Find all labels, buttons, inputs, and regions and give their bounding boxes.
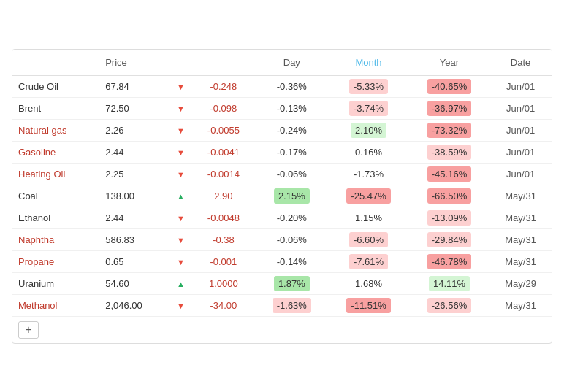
commodity-arrow: ▼: [169, 294, 191, 316]
commodity-name: Crude Oil: [12, 75, 99, 97]
commodity-price: 2,046.00: [99, 294, 169, 316]
commodity-year: -26.56%: [409, 294, 489, 316]
commodity-month: -6.60%: [328, 228, 408, 250]
commodity-change: -0.0048: [191, 207, 255, 228]
commodity-name: Natural gas: [12, 119, 99, 141]
commodity-year: -13.09%: [409, 207, 489, 228]
commodity-change: 1.0000: [191, 272, 255, 294]
commodity-change: -34.00: [191, 294, 255, 316]
header-arrow: [169, 50, 191, 76]
table-row: Brent 72.50 ▼ -0.098 -0.13% -3.74% -36.9…: [12, 97, 552, 119]
arrow-down-icon: ▼: [177, 126, 185, 135]
commodity-change: -0.001: [191, 250, 255, 272]
commodity-date: Jun/01: [489, 75, 552, 97]
arrow-down-icon: ▼: [177, 236, 185, 245]
commodity-name: Ethanol: [12, 207, 99, 228]
header-name: [12, 50, 99, 76]
commodity-day: -0.14%: [255, 250, 328, 272]
commodity-date: Jun/01: [489, 97, 552, 119]
commodity-price: 138.00: [99, 185, 169, 207]
commodity-year: -40.65%: [409, 75, 489, 97]
commodity-price: 2.26: [99, 119, 169, 141]
commodity-day: -0.36%: [255, 75, 328, 97]
add-commodity-button[interactable]: +: [18, 321, 39, 339]
commodity-arrow: ▼: [169, 207, 191, 228]
table-row: Ethanol 2.44 ▼ -0.0048 -0.20% 1.15% -13.…: [12, 207, 552, 228]
commodity-arrow: ▼: [169, 163, 191, 185]
table-body: Crude Oil 67.84 ▼ -0.248 -0.36% -5.33% -…: [12, 75, 552, 343]
commodity-day: -0.20%: [255, 207, 328, 228]
arrow-down-icon: ▼: [177, 104, 185, 113]
commodity-name: Uranium: [12, 272, 99, 294]
arrow-down-icon: ▼: [177, 82, 185, 91]
commodity-name: Coal: [12, 185, 99, 207]
commodity-date: May/31: [489, 250, 552, 272]
header-price: Price: [99, 50, 169, 76]
commodity-price: 2.25: [99, 163, 169, 185]
commodity-year: -29.84%: [409, 228, 489, 250]
commodity-date: May/31: [489, 294, 552, 316]
commodity-day: -0.13%: [255, 97, 328, 119]
arrow-up-icon: ▲: [177, 280, 185, 288]
commodity-name: Naphtha: [12, 228, 99, 250]
table-row: Naphtha 586.83 ▼ -0.38 -0.06% -6.60% -29…: [12, 228, 552, 250]
commodity-change: -0.0041: [191, 141, 255, 163]
commodity-change: -0.0014: [191, 163, 255, 185]
table-header: Price Day Month Year Date: [12, 50, 552, 76]
commodity-price: 67.84: [99, 75, 169, 97]
arrow-down-icon: ▼: [177, 148, 185, 157]
commodity-year: -36.97%: [409, 97, 489, 119]
commodity-day: -0.06%: [255, 228, 328, 250]
commodity-date: Jun/01: [489, 163, 552, 185]
add-commodity-row: +: [12, 316, 552, 343]
commodity-price: 0.65: [99, 250, 169, 272]
table-row: Gasoline 2.44 ▼ -0.0041 -0.17% 0.16% -38…: [12, 141, 552, 163]
commodity-price: 72.50: [99, 97, 169, 119]
commodity-day: 2.15%: [255, 185, 328, 207]
commodity-price: 2.44: [99, 141, 169, 163]
commodity-name: Heating Oil: [12, 163, 99, 185]
commodity-name: Brent: [12, 97, 99, 119]
commodity-month: 1.68%: [328, 272, 408, 294]
commodity-day: 1.87%: [255, 272, 328, 294]
commodity-name: Gasoline: [12, 141, 99, 163]
commodity-date: May/31: [489, 228, 552, 250]
table-row: Heating Oil 2.25 ▼ -0.0014 -0.06% -1.73%…: [12, 163, 552, 185]
arrow-down-icon: ▼: [177, 258, 185, 266]
commodity-arrow: ▼: [169, 141, 191, 163]
table-row: Coal 138.00 ▲ 2.90 2.15% -25.47% -66.50%…: [12, 185, 552, 207]
commodity-arrow: ▼: [169, 228, 191, 250]
commodity-change: -0.098: [191, 97, 255, 119]
header-date: Date: [489, 50, 552, 76]
commodity-name: Propane: [12, 250, 99, 272]
commodity-arrow: ▼: [169, 119, 191, 141]
commodity-year: -45.16%: [409, 163, 489, 185]
commodity-price: 2.44: [99, 207, 169, 228]
commodity-month: 1.15%: [328, 207, 408, 228]
commodity-year: -73.32%: [409, 119, 489, 141]
commodity-day: -0.24%: [255, 119, 328, 141]
header-year: Year: [409, 50, 489, 76]
commodity-month: -1.73%: [328, 163, 408, 185]
commodity-day: -0.17%: [255, 141, 328, 163]
arrow-down-icon: ▼: [177, 170, 185, 179]
commodity-day: -0.06%: [255, 163, 328, 185]
commodity-date: May/29: [489, 272, 552, 294]
commodity-change: -0.0055: [191, 119, 255, 141]
table-row: Natural gas 2.26 ▼ -0.0055 -0.24% 2.10% …: [12, 119, 552, 141]
table-row: Crude Oil 67.84 ▼ -0.248 -0.36% -5.33% -…: [12, 75, 552, 97]
commodity-arrow: ▲: [169, 185, 191, 207]
commodity-day: -1.63%: [255, 294, 328, 316]
commodity-price: 54.60: [99, 272, 169, 294]
commodity-year: -46.78%: [409, 250, 489, 272]
commodity-arrow: ▲: [169, 272, 191, 294]
commodity-month: 2.10%: [328, 119, 408, 141]
arrow-down-icon: ▼: [177, 301, 185, 310]
arrow-up-icon: ▲: [177, 192, 185, 201]
commodity-change: 2.90: [191, 185, 255, 207]
commodity-arrow: ▼: [169, 75, 191, 97]
table-row: Methanol 2,046.00 ▼ -34.00 -1.63% -11.51…: [12, 294, 552, 316]
header-month: Month: [328, 50, 408, 76]
add-button-cell: +: [12, 316, 552, 343]
commodity-price: 586.83: [99, 228, 169, 250]
